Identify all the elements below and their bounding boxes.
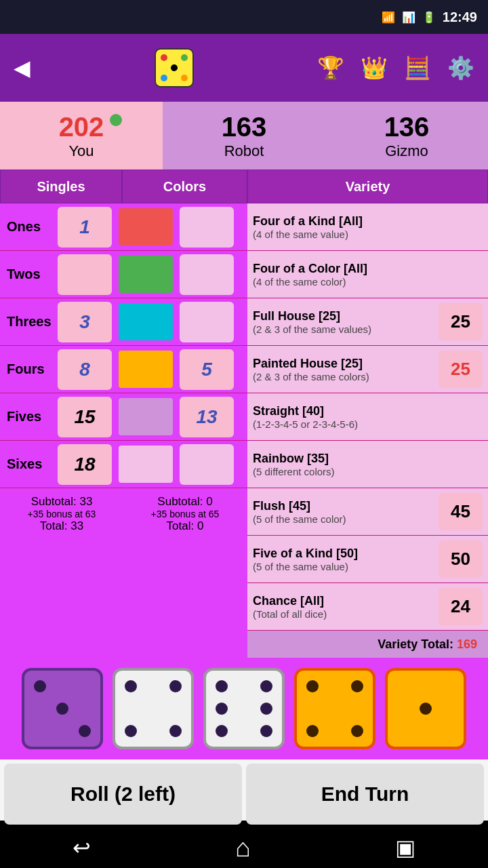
variety-value-6[interactable]: 45 — [439, 493, 483, 530]
robot-score-value: 163 — [222, 112, 267, 142]
color-value-threes[interactable] — [180, 302, 234, 342]
settings-icon[interactable]: ⚙️ — [447, 55, 474, 81]
variety-desc-3: Painted House [25](2 & 3 of the same col… — [253, 357, 434, 382]
variety-row-2[interactable]: Full House [25](2 & 3 of the same values… — [247, 298, 488, 346]
nav-home-icon[interactable]: ⌂ — [235, 833, 251, 863]
singles-row-sixes[interactable]: Sixes18 — [0, 441, 247, 488]
variety-value-2[interactable]: 25 — [439, 303, 483, 340]
pip — [306, 725, 319, 737]
variety-name-2: Full House [25] — [253, 309, 434, 323]
variety-name-5: Rainbow [35] — [253, 452, 434, 466]
variety-sub-1: (4 of the same color) — [253, 276, 434, 288]
pip — [169, 725, 182, 737]
nav-recent-icon[interactable]: ▣ — [395, 835, 415, 861]
variety-row-4[interactable]: Straight [40](1-2-3-4-5 or 2-3-4-5-6) — [247, 393, 488, 441]
singles-value-sixes[interactable]: 18 — [58, 444, 112, 485]
svg-point-4 — [161, 75, 167, 81]
variety-total: Variety Total: 169 — [247, 631, 488, 658]
variety-value-4[interactable] — [439, 398, 483, 435]
row-label-ones: Ones — [0, 219, 54, 235]
die-white[interactable] — [113, 668, 194, 749]
variety-sub-0: (4 of the same value) — [253, 229, 434, 240]
variety-value-1[interactable] — [439, 256, 483, 293]
singles-row-twos[interactable]: Twos — [0, 251, 247, 298]
leaderboard-icon[interactable]: 👑 — [361, 55, 388, 81]
variety-sub-8: (Total of all dice) — [253, 608, 434, 620]
variety-row-7[interactable]: Five of a Kind [50](5 of the same value)… — [247, 536, 488, 583]
die-orange[interactable] — [294, 668, 375, 749]
robot-score-label: Robot — [224, 142, 264, 160]
die-white[interactable] — [203, 668, 285, 749]
variety-sub-5: (5 different colors) — [253, 466, 434, 477]
color-swatch-threes — [119, 303, 173, 340]
pip — [125, 680, 137, 692]
row-label-twos: Twos — [0, 267, 54, 282]
robot-score: 163 Robot — [163, 102, 325, 170]
svg-point-3 — [171, 64, 178, 71]
singles-value-fours[interactable]: 8 — [58, 349, 112, 390]
pip — [260, 725, 272, 737]
calculator-icon[interactable]: 🧮 — [404, 55, 431, 81]
die-orange[interactable] — [385, 668, 466, 749]
pip — [216, 680, 228, 692]
color-swatch-twos — [119, 256, 173, 293]
color-value-ones[interactable] — [180, 207, 234, 248]
pip — [216, 725, 228, 737]
pip — [79, 725, 91, 737]
singles-rows: Ones1TwosThrees3Fours85Fives1513Sixes18 — [0, 203, 247, 488]
variety-value-8[interactable]: 24 — [439, 588, 483, 625]
color-value-fives[interactable]: 13 — [180, 397, 234, 437]
your-score: 202 You — [0, 102, 163, 170]
online-indicator — [110, 114, 122, 126]
pip — [306, 680, 319, 692]
variety-rows: Four of a Kind [All](4 of the same value… — [247, 203, 488, 631]
color-value-fours[interactable]: 5 — [180, 349, 234, 390]
singles-row-fives[interactable]: Fives1513 — [0, 393, 247, 441]
variety-row-1[interactable]: Four of a Color [All](4 of the same colo… — [247, 251, 488, 298]
singles-value-fives[interactable]: 15 — [58, 397, 112, 437]
variety-name-4: Straight [40] — [253, 404, 434, 418]
singles-row-fours[interactable]: Fours85 — [0, 346, 247, 393]
status-bar: 📶 📊 🔋 12:49 — [0, 0, 488, 34]
variety-row-8[interactable]: Chance [All](Total of all dice)24 — [247, 583, 488, 631]
your-score-value: 202 — [59, 112, 104, 142]
gizmo-score-value: 136 — [384, 112, 430, 142]
singles-header: Singles — [0, 170, 122, 203]
variety-row-6[interactable]: Flush [45](5 of the same color)45 — [247, 488, 488, 536]
back-button[interactable]: ◀ — [14, 55, 30, 81]
variety-value-3[interactable]: 25 — [439, 351, 483, 388]
variety-name-3: Painted House [25] — [253, 357, 434, 371]
variety-row-0[interactable]: Four of a Kind [All](4 of the same value… — [247, 203, 488, 251]
variety-value-0[interactable] — [439, 208, 483, 245]
svg-point-2 — [181, 54, 188, 61]
row-label-fives: Fives — [0, 409, 54, 425]
die-purple[interactable] — [22, 668, 103, 749]
row-label-fours: Fours — [0, 361, 54, 377]
variety-row-5[interactable]: Rainbow [35](5 different colors) — [247, 441, 488, 488]
variety-value-7[interactable]: 50 — [439, 540, 483, 578]
variety-sub-2: (2 & 3 of the same values) — [253, 323, 434, 335]
variety-value-5[interactable] — [439, 446, 483, 483]
variety-name-7: Five of a Kind [50] — [253, 547, 434, 561]
nav-back-icon[interactable]: ↩ — [73, 835, 91, 861]
singles-value-twos[interactable] — [58, 254, 112, 295]
variety-row-3[interactable]: Painted House [25](2 & 3 of the same col… — [247, 346, 488, 393]
variety-sub-4: (1-2-3-4-5 or 2-3-4-5-6) — [253, 418, 434, 430]
variety-sub-7: (5 of the same value) — [253, 561, 434, 572]
color-swatch-fives — [119, 398, 173, 435]
roll-button[interactable]: Roll (2 left) — [4, 764, 242, 825]
achievements-icon[interactable]: 🏆 — [317, 55, 344, 81]
dice-container — [22, 668, 466, 749]
end-turn-button[interactable]: End Turn — [246, 764, 484, 825]
column-headers: Singles Colors Variety — [0, 170, 488, 203]
singles-value-ones[interactable]: 1 — [58, 207, 112, 248]
scores-panel: 202 You 163 Robot 136 Gizmo — [0, 102, 488, 170]
variety-sub-3: (2 & 3 of the same colors) — [253, 371, 434, 382]
subtotals: Subtotal: 33 +35 bonus at 63 Total: 33 S… — [0, 488, 247, 540]
singles-row-ones[interactable]: Ones1 — [0, 203, 247, 251]
singles-value-threes[interactable]: 3 — [58, 302, 112, 342]
color-value-twos[interactable] — [180, 254, 234, 295]
color-swatch-sixes — [119, 446, 173, 483]
singles-row-threes[interactable]: Threes3 — [0, 298, 247, 346]
color-value-sixes[interactable] — [180, 444, 234, 485]
